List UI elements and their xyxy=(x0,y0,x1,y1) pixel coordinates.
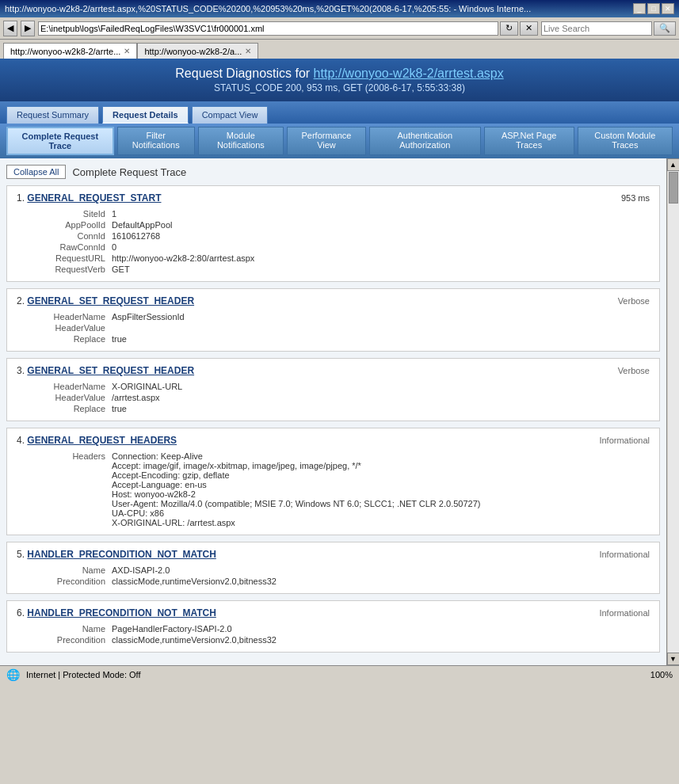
page-title: Request Diagnostics for http://wonyoo-w2… xyxy=(8,67,671,81)
page-subtitle: STATUS_CODE 200, 953 ms, GET (2008-6-17,… xyxy=(8,82,671,93)
trace-section-5-badge: Informational xyxy=(599,550,650,559)
sub-tab-filter-notifications[interactable]: Filter Notifications xyxy=(117,127,195,155)
field-label: RawConnId xyxy=(17,242,112,253)
tab-request-summary[interactable]: Request Summary xyxy=(6,106,99,124)
sub-tab-custom-module-traces[interactable]: Custom Module Traces xyxy=(578,127,673,155)
trace-row: Precondition classicMode,runtimeVersionv… xyxy=(17,576,650,587)
stop-button[interactable]: ✕ xyxy=(520,21,538,36)
field-value: http://wonyoo-w2k8-2:80/arrtest.aspx xyxy=(112,253,650,264)
forward-button[interactable]: ▶ xyxy=(21,21,35,36)
trace-section-3: 3. GENERAL_SET_REQUEST_HEADER Verbose He… xyxy=(6,358,660,421)
field-label: Replace xyxy=(17,403,112,414)
address-bar: ↻ ✕ xyxy=(38,21,538,36)
main-nav: Request Summary Request Details Compact … xyxy=(0,101,679,124)
trace-row: Replace true xyxy=(17,333,650,344)
collapse-all-button[interactable]: Collapse All xyxy=(6,165,66,179)
minimize-button[interactable]: _ xyxy=(633,3,646,14)
scroll-thumb[interactable] xyxy=(669,172,678,204)
tab-compact-view[interactable]: Compact View xyxy=(192,106,269,124)
field-value: classicMode,runtimeVersionv2.0,bitness32 xyxy=(112,576,650,587)
scroll-up-button[interactable]: ▲ xyxy=(667,158,680,171)
trace-section-5-link[interactable]: HANDLER_PRECONDITION_NOT_MATCH xyxy=(27,549,216,560)
trace-section-1-header: 1. GENERAL_REQUEST_START 953 ms xyxy=(17,192,650,204)
scroll-track[interactable] xyxy=(668,171,679,653)
restore-button[interactable]: □ xyxy=(647,3,660,14)
field-label: HeaderName xyxy=(17,381,112,392)
status-text: Internet | Protected Mode: Off xyxy=(26,670,644,679)
browser-toolbar: ◀ ▶ ↻ ✕ 🔍 xyxy=(0,17,679,40)
trace-section-3-title: 3. GENERAL_SET_REQUEST_HEADER xyxy=(17,365,194,376)
trace-section-5-header: 5. HANDLER_PRECONDITION_NOT_MATCH Inform… xyxy=(17,549,650,560)
field-label: HeaderValue xyxy=(17,392,112,403)
browser-tab-1-close[interactable]: ✕ xyxy=(124,47,130,55)
field-value: AXD-ISAPI-2.0 xyxy=(112,565,650,576)
browser-tab-2-close[interactable]: ✕ xyxy=(245,47,251,55)
trace-row: RequestVerb GET xyxy=(17,264,650,275)
field-value: true xyxy=(112,403,650,414)
trace-section-4-badge: Informational xyxy=(599,436,650,445)
trace-row: AppPoolId DefaultAppPool xyxy=(17,219,650,230)
trace-section-6-title: 6. HANDLER_PRECONDITION_NOT_MATCH xyxy=(17,607,216,618)
sub-tab-module-notifications[interactable]: Module Notifications xyxy=(198,127,284,155)
field-label: Precondition xyxy=(17,634,112,645)
field-value: true xyxy=(112,333,650,344)
page-content: Request Diagnostics for http://wonyoo-w2… xyxy=(0,59,679,683)
search-button[interactable]: 🔍 xyxy=(654,21,676,36)
sub-nav: Complete Request Trace Filter Notificati… xyxy=(0,124,679,158)
trace-section-1-timing: 953 ms xyxy=(621,193,650,203)
field-label: Name xyxy=(17,623,112,634)
main-scroll-area: Collapse All Complete Request Trace 1. G… xyxy=(0,158,666,665)
sub-tab-aspnet-page-traces[interactable]: ASP.Net Page Traces xyxy=(484,127,574,155)
trace-section-1-link[interactable]: GENERAL_REQUEST_START xyxy=(27,192,161,204)
field-label: ConnId xyxy=(17,230,112,242)
close-button[interactable]: ✕ xyxy=(662,3,674,14)
browser-tab-1[interactable]: http://wonyoo-w2k8-2/arrte... ✕ xyxy=(3,43,137,59)
browser-tabs-bar: http://wonyoo-w2k8-2/arrte... ✕ http://w… xyxy=(0,40,679,59)
trace-section-3-badge: Verbose xyxy=(618,366,650,375)
trace-header-row: Collapse All Complete Request Trace xyxy=(6,165,660,179)
scroll-down-button[interactable]: ▼ xyxy=(667,653,680,665)
page-url-link[interactable]: http://wonyoo-w2k8-2/arrtest.aspx xyxy=(314,67,504,80)
trace-section-6-header: 6. HANDLER_PRECONDITION_NOT_MATCH Inform… xyxy=(17,607,650,618)
trace-section-1-title: 1. GENERAL_REQUEST_START xyxy=(17,192,162,204)
sub-tab-complete-request-trace[interactable]: Complete Request Trace xyxy=(6,127,114,155)
field-label: Name xyxy=(17,565,112,576)
sub-tab-authentication-authorization[interactable]: Authentication Authorization xyxy=(369,127,481,155)
tab-request-details[interactable]: Request Details xyxy=(102,106,189,124)
scrollbar-area: Collapse All Complete Request Trace 1. G… xyxy=(0,158,679,665)
trace-section-5-title: 5. HANDLER_PRECONDITION_NOT_MATCH xyxy=(17,549,216,560)
browser-tab-1-label: http://wonyoo-w2k8-2/arrte... xyxy=(10,47,120,56)
field-label: SiteId xyxy=(17,208,112,219)
trace-row: Precondition classicMode,runtimeVersionv… xyxy=(17,634,650,645)
trace-section-6-link[interactable]: HANDLER_PRECONDITION_NOT_MATCH xyxy=(27,607,216,618)
address-input[interactable] xyxy=(38,21,498,36)
trace-row: HeaderName AspFilterSessionId xyxy=(17,311,650,322)
trace-area-title: Complete Request Trace xyxy=(72,166,186,178)
trace-section-4-link[interactable]: GENERAL_REQUEST_HEADERS xyxy=(27,435,177,446)
field-label: AppPoolId xyxy=(17,219,112,230)
trace-row: HeaderValue /arrtest.aspx xyxy=(17,392,650,403)
search-input[interactable] xyxy=(541,21,652,36)
trace-section-2-data: HeaderName AspFilterSessionId HeaderValu… xyxy=(17,311,650,344)
trace-row: ConnId 1610612768 xyxy=(17,230,650,242)
vertical-scrollbar[interactable]: ▲ ▼ xyxy=(666,158,679,665)
browser-tab-2[interactable]: http://wonyoo-w2k8-2/a... ✕ xyxy=(137,43,258,59)
field-value: 0 xyxy=(112,242,650,253)
field-value: classicMode,runtimeVersionv2.0,bitness32 xyxy=(112,634,650,645)
refresh-button[interactable]: ↻ xyxy=(500,21,518,36)
browser-window-controls: _ □ ✕ xyxy=(633,3,674,14)
back-button[interactable]: ◀ xyxy=(3,21,17,36)
trace-section-4-title: 4. GENERAL_REQUEST_HEADERS xyxy=(17,435,177,446)
trace-section-1: 1. GENERAL_REQUEST_START 953 ms SiteId 1… xyxy=(6,185,660,282)
trace-section-3-link[interactable]: GENERAL_SET_REQUEST_HEADER xyxy=(27,365,194,376)
field-label: Precondition xyxy=(17,576,112,587)
sub-tab-performance-view[interactable]: Performance View xyxy=(287,127,366,155)
trace-row: Name AXD-ISAPI-2.0 xyxy=(17,565,650,576)
browser-title-text: http://wonyoo-w2k8-2/arrtest.aspx,%20STA… xyxy=(5,4,531,13)
trace-row: Name PageHandlerFactory-ISAPI-2.0 xyxy=(17,623,650,634)
trace-row: RawConnId 0 xyxy=(17,242,650,253)
trace-section-2-link[interactable]: GENERAL_SET_REQUEST_HEADER xyxy=(27,295,194,306)
zoom-level: 100% xyxy=(650,670,673,679)
field-value: Connection: Keep-Alive Accept: image/gif… xyxy=(112,451,650,528)
page-header: Request Diagnostics for http://wonyoo-w2… xyxy=(0,59,679,101)
